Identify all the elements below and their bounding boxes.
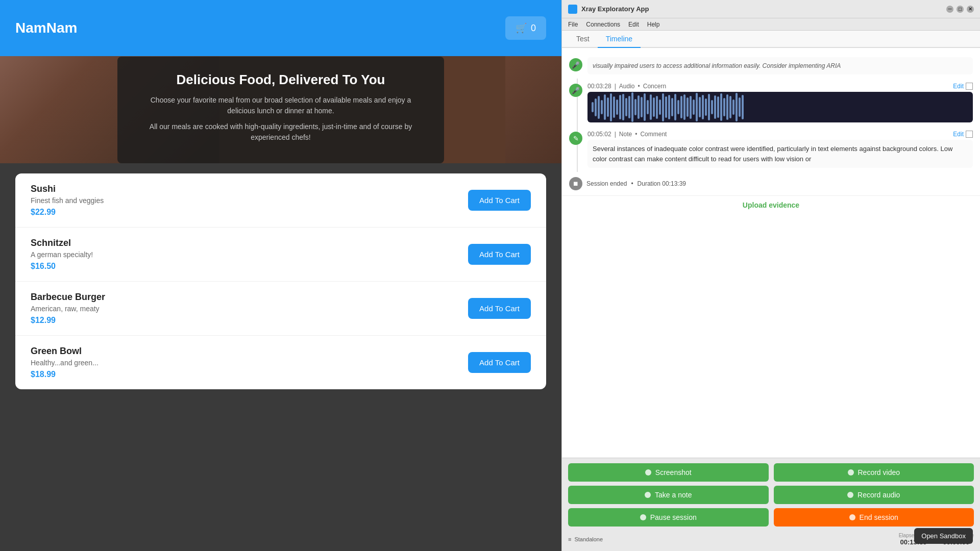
- timeline-note-meta-left: 00:05:02 | Note • Comment: [587, 131, 667, 138]
- toolbar-row-3: Pause session End session: [568, 508, 974, 527]
- bullet: •: [638, 83, 640, 90]
- menu-info-sushi: Sushi Finest fish and veggies $22.99: [31, 184, 104, 217]
- cart-count: 0: [531, 23, 536, 34]
- pause-session-label: Pause session: [650, 513, 697, 521]
- session-ended-entry: ⏹ Session ended • Duration 00:13:39: [562, 172, 980, 195]
- status-mode-icon: ≡: [568, 536, 571, 542]
- xray-menu-file[interactable]: File: [568, 21, 578, 28]
- menu-name-sushi: Sushi: [31, 184, 104, 194]
- xray-timeline-content: 🎤 visually impaired users to access addi…: [562, 48, 980, 458]
- record-audio-label: Record audio: [857, 491, 900, 499]
- audio-edit-checkbox[interactable]: [966, 83, 973, 90]
- add-to-cart-burger[interactable]: Add To Cart: [468, 298, 531, 319]
- hero-title: Delicious Food, Delivered To You: [148, 72, 413, 88]
- menu-item-schnitzel: Schnitzel A german specialty! $16.50 Add…: [15, 228, 546, 282]
- menu-list: Sushi Finest fish and veggies $22.99 Add…: [15, 173, 546, 389]
- timeline-partial-text: visually impaired users to access additi…: [587, 57, 973, 74]
- timeline-audio-edit[interactable]: Edit: [953, 83, 973, 90]
- timeline-note-text: Several instances of inadequate color co…: [587, 140, 973, 168]
- end-session-dot: [849, 514, 855, 520]
- timeline-audio-meta: 00:03:28 | Audio • Concern Edit: [587, 83, 973, 90]
- screenshot-button[interactable]: Screenshot: [568, 463, 769, 482]
- timeline-entry-note: ✎ 00:05:02 | Note • Comment Edit Severa: [562, 127, 980, 172]
- cart-button[interactable]: 🛒 0: [505, 16, 546, 40]
- timeline-note-content: 00:05:02 | Note • Comment Edit Several i…: [587, 131, 973, 168]
- add-to-cart-sushi[interactable]: Add To Cart: [468, 190, 531, 211]
- session-ended-icon: ⏹: [569, 177, 582, 190]
- record-video-button[interactable]: Record video: [774, 463, 974, 482]
- take-note-button[interactable]: Take a note: [568, 486, 769, 504]
- menu-price-sushi: $22.99: [31, 208, 104, 217]
- xray-menu-connections[interactable]: Connections: [586, 21, 620, 28]
- xray-app-icon: [568, 5, 577, 14]
- menu-desc-schnitzel: A german specialty!: [31, 251, 93, 259]
- record-audio-dot: [847, 492, 853, 498]
- menu-name-burger: Barbecue Burger: [31, 292, 105, 303]
- hero-subtitle-1: Choose your favorite meal from our broad…: [148, 95, 413, 116]
- menu-item-burger: Barbecue Burger American, raw, meaty $12…: [15, 282, 546, 336]
- app-header: NamNam 🛒 0: [0, 0, 561, 56]
- open-sandbox-button[interactable]: Open Sandbox: [914, 528, 973, 544]
- audio-waveform: [587, 92, 973, 122]
- hero-right-image: [505, 56, 561, 163]
- note-edit-checkbox[interactable]: [966, 131, 973, 138]
- timeline-audio-content: 00:03:28 | Audio • Concern Edit: [587, 83, 973, 122]
- timeline-note-tag: Comment: [640, 131, 667, 138]
- timeline-audio-meta-left: 00:03:28 | Audio • Concern: [587, 83, 666, 90]
- hero-content: Delicious Food, Delivered To You Choose …: [117, 57, 444, 163]
- add-to-cart-schnitzel[interactable]: Add To Cart: [468, 244, 531, 265]
- timeline-entry-audio: 🎤 00:03:28 | Audio • Concern Edit: [562, 79, 980, 127]
- menu-info-schnitzel: Schnitzel A german specialty! $16.50: [31, 238, 93, 271]
- xray-titlebar: Xray Exploratory App ─ □ ✕: [562, 0, 980, 18]
- pause-session-button[interactable]: Pause session: [568, 508, 769, 527]
- xray-title-text: Xray Exploratory App: [581, 5, 649, 13]
- tab-test[interactable]: Test: [568, 31, 598, 48]
- tab-timeline[interactable]: Timeline: [598, 31, 641, 48]
- xray-menu-help[interactable]: Help: [647, 21, 660, 28]
- timeline-note-time: 00:05:02: [587, 131, 611, 138]
- menu-info-burger: Barbecue Burger American, raw, meaty $12…: [31, 292, 105, 325]
- xray-menu-edit[interactable]: Edit: [628, 21, 639, 28]
- screenshot-dot: [645, 469, 651, 475]
- toolbar-row-2: Take a note Record audio: [568, 486, 974, 504]
- window-maximize-button[interactable]: □: [957, 6, 964, 13]
- take-note-dot: [645, 492, 651, 498]
- menu-item-sushi: Sushi Finest fish and veggies $22.99 Add…: [15, 173, 546, 228]
- screenshot-label: Screenshot: [655, 468, 692, 477]
- menu-info-bowl: Green Bowl Healthy...and green... $18.99: [31, 346, 99, 379]
- hero-banner: Delicious Food, Delivered To You Choose …: [0, 56, 561, 163]
- session-ended-separator: •: [631, 180, 633, 187]
- timeline-entry-partial: 🎤 visually impaired users to access addi…: [562, 53, 980, 79]
- status-mode: ≡ Standalone: [568, 536, 603, 542]
- cart-icon: 🛒: [516, 22, 527, 34]
- menu-name-bowl: Green Bowl: [31, 346, 99, 357]
- timeline-note-category: Note: [619, 131, 632, 138]
- menu-desc-bowl: Healthy...and green...: [31, 359, 99, 367]
- record-audio-button[interactable]: Record audio: [774, 486, 974, 504]
- end-session-button[interactable]: End session: [774, 508, 974, 527]
- add-to-cart-bowl[interactable]: Add To Cart: [468, 352, 531, 373]
- record-video-dot: [848, 469, 854, 475]
- xray-window-controls: ─ □ ✕: [946, 6, 974, 13]
- app-logo: NamNam: [15, 20, 77, 36]
- menu-price-bowl: $18.99: [31, 370, 99, 379]
- timeline-note-edit[interactable]: Edit: [953, 131, 973, 138]
- xray-tabs: Test Timeline: [562, 31, 980, 48]
- menu-desc-sushi: Finest fish and veggies: [31, 196, 104, 205]
- timeline-audio-category: Audio: [619, 83, 635, 90]
- timeline-audio-tag: Concern: [643, 83, 666, 90]
- session-ended-duration: Duration 00:13:39: [638, 180, 686, 187]
- menu-desc-burger: American, raw, meaty: [31, 305, 105, 313]
- timeline-icon-note: ✎: [569, 132, 582, 145]
- upload-evidence-link[interactable]: Upload evidence: [562, 195, 980, 214]
- status-mode-label: Standalone: [574, 536, 603, 542]
- window-close-button[interactable]: ✕: [967, 6, 974, 13]
- menu-price-schnitzel: $16.50: [31, 262, 93, 271]
- timeline-icon-mic: 🎤: [569, 84, 582, 97]
- toolbar-row-1: Screenshot Record video: [568, 463, 974, 482]
- timeline-audio-time: 00:03:28: [587, 83, 611, 90]
- record-video-label: Record video: [858, 468, 900, 477]
- window-minimize-button[interactable]: ─: [946, 6, 953, 13]
- hero-subtitle-2: All our meals are cooked with high-quali…: [148, 121, 413, 143]
- session-ended-label: Session ended: [586, 180, 627, 187]
